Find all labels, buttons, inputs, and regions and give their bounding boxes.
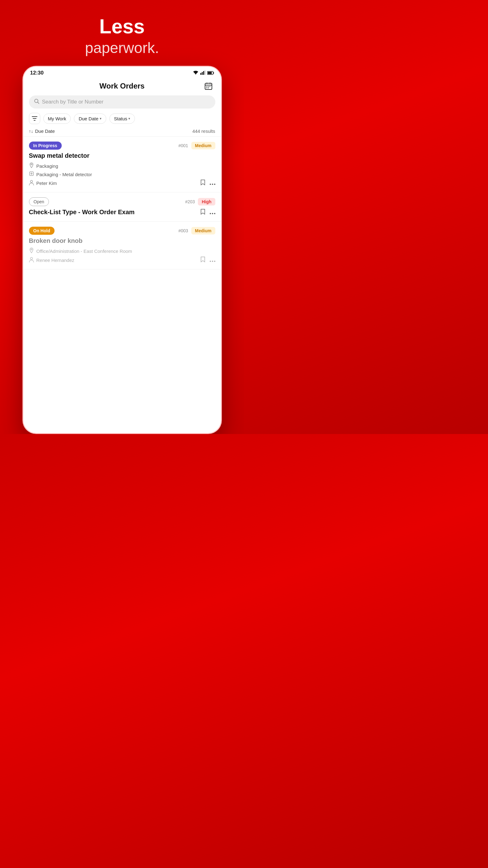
svg-rect-0 <box>200 73 201 75</box>
svg-point-29 <box>214 261 215 262</box>
svg-rect-1 <box>202 72 202 75</box>
card-asset: Packaging - Metal detector <box>36 172 92 177</box>
cards-container: In Progress #001 Medium Swap metal detec… <box>23 136 221 269</box>
card-number: #003 <box>178 228 188 233</box>
svg-point-22 <box>210 213 211 214</box>
results-count: 444 results <box>192 128 215 134</box>
chevron-down-icon: ▾ <box>128 117 130 121</box>
filter-row: My Work Due Date ▾ Status ▾ <box>23 112 221 127</box>
more-options-icon[interactable] <box>210 180 215 186</box>
chevron-down-icon: ▾ <box>100 117 102 121</box>
status-bar: 12:30 <box>23 67 221 78</box>
svg-rect-11 <box>208 86 209 87</box>
sort-row: ↑↓ Due Date 444 results <box>23 127 221 136</box>
card-title: Check-List Type - Work Order Exam <box>29 209 135 216</box>
card-actions <box>200 256 215 264</box>
search-placeholder: Search by Title or Number <box>42 99 103 105</box>
card-title: Broken door knob <box>29 237 215 244</box>
sort-button[interactable]: ↑↓ Due Date <box>29 128 55 134</box>
svg-point-23 <box>212 213 213 214</box>
card-title: Swap metal detector <box>29 152 215 159</box>
svg-point-21 <box>214 184 215 185</box>
card-meta-right: #001 Medium <box>178 142 215 149</box>
card-asset-row: Packaging - Metal detector <box>29 171 215 177</box>
card-actions <box>200 209 215 216</box>
search-container: Search by Title or Number <box>23 94 221 112</box>
svg-rect-3 <box>204 70 205 75</box>
assignee-name: Peter Kim <box>36 181 57 186</box>
work-order-card-1[interactable]: In Progress #001 Medium Swap metal detec… <box>23 136 221 192</box>
more-options-icon[interactable] <box>210 209 215 216</box>
hero-title: Less <box>85 16 159 37</box>
asset-icon <box>29 171 34 177</box>
hero-section: Less paperwork. <box>85 0 159 66</box>
location-icon <box>29 248 34 254</box>
svg-point-18 <box>30 180 32 182</box>
bookmark-icon[interactable] <box>200 256 205 264</box>
svg-rect-6 <box>213 72 214 73</box>
card-top-row: Open #203 High <box>29 197 215 206</box>
status-time: 12:30 <box>30 70 44 76</box>
more-options-icon[interactable] <box>210 257 215 264</box>
card-number: #001 <box>178 143 188 148</box>
filter-chip-my-work[interactable]: My Work <box>43 114 71 124</box>
bookmark-icon[interactable] <box>200 179 205 187</box>
card-meta-right: #003 Medium <box>178 227 215 235</box>
card-location: Office/Administration - East Conference … <box>36 248 132 254</box>
priority-badge-medium: Medium <box>191 142 215 149</box>
svg-rect-2 <box>203 71 204 75</box>
person-icon <box>29 180 34 187</box>
person-icon <box>29 257 34 264</box>
work-order-card-3[interactable]: On Hold #003 Medium Broken door knob Off… <box>23 222 221 269</box>
card-top-row: In Progress #001 Medium <box>29 142 215 150</box>
card-meta-right: #203 High <box>185 198 215 206</box>
filter-chip-status[interactable]: Status ▾ <box>109 114 135 124</box>
assignee-name: Renee Hernandez <box>36 257 74 263</box>
app-title: Work Orders <box>99 82 144 90</box>
card-location: Packaging <box>36 163 58 169</box>
search-bar[interactable]: Search by Title or Number <box>29 95 215 108</box>
status-icons <box>193 70 214 76</box>
card-bottom-row: Peter Kim <box>29 179 215 187</box>
svg-rect-12 <box>209 86 210 87</box>
card-actions <box>200 179 215 187</box>
priority-badge-medium: Medium <box>191 227 215 235</box>
signal-icon <box>200 70 205 76</box>
svg-point-27 <box>210 261 211 262</box>
card-title-row: Check-List Type - Work Order Exam <box>29 209 215 216</box>
svg-point-16 <box>31 164 32 165</box>
assignee-row: Renee Hernandez <box>29 257 74 264</box>
status-badge-in-progress: In Progress <box>29 142 62 150</box>
bookmark-icon[interactable] <box>200 209 205 216</box>
calendar-icon-btn[interactable] <box>203 81 214 92</box>
card-location-row: Packaging <box>29 162 215 169</box>
status-badge-open: Open <box>29 197 49 206</box>
svg-rect-14 <box>208 88 209 88</box>
sort-arrows-icon: ↑↓ <box>29 129 33 134</box>
battery-icon <box>207 70 214 76</box>
svg-point-24 <box>214 213 215 214</box>
phone-frame: 12:30 <box>23 66 222 434</box>
svg-rect-5 <box>207 72 212 74</box>
work-order-card-2[interactable]: Open #203 High Check-List Type - Work Or… <box>23 192 221 222</box>
filter-chip-due-date[interactable]: Due Date ▾ <box>74 114 106 124</box>
svg-point-28 <box>212 261 213 262</box>
card-top-row: On Hold #003 Medium <box>29 227 215 235</box>
card-number: #203 <box>185 199 195 204</box>
card-location-row: Office/Administration - East Conference … <box>29 248 215 254</box>
svg-rect-9 <box>210 83 210 84</box>
priority-badge-high: High <box>198 198 215 206</box>
hero-subtitle: paperwork. <box>85 39 159 56</box>
location-icon <box>29 162 34 169</box>
svg-point-20 <box>212 184 213 185</box>
svg-point-25 <box>31 249 32 250</box>
app-header: Work Orders <box>23 78 221 94</box>
svg-rect-8 <box>206 83 207 84</box>
card-bottom-row: Renee Hernandez <box>29 256 215 264</box>
svg-point-19 <box>210 184 211 185</box>
status-badge-on-hold: On Hold <box>29 227 55 235</box>
svg-rect-10 <box>206 86 207 87</box>
wifi-icon <box>193 70 198 76</box>
filter-icon-button[interactable] <box>29 113 40 124</box>
assignee-row: Peter Kim <box>29 180 57 187</box>
